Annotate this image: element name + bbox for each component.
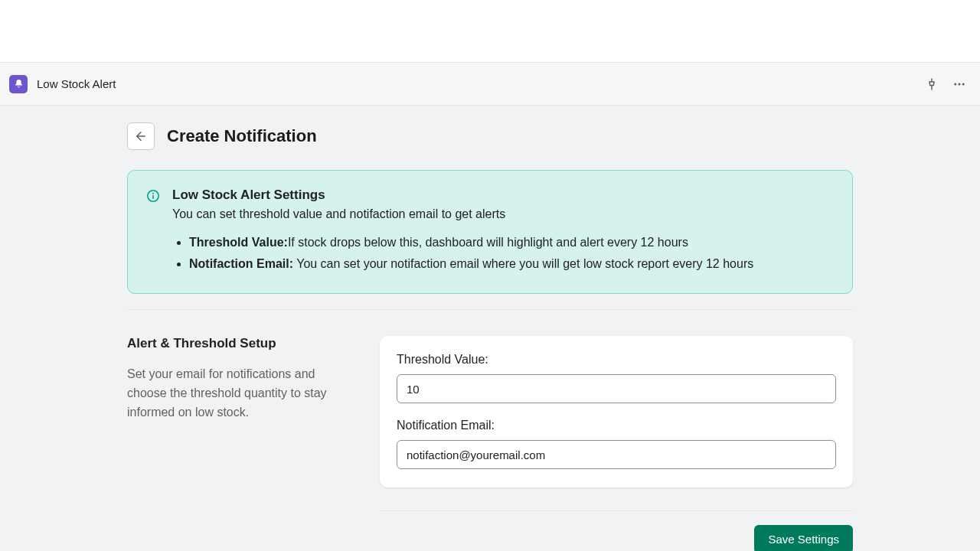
app-icon: [9, 75, 28, 93]
threshold-label: Threshold Value:: [397, 353, 836, 367]
title-row: Create Notification: [127, 122, 853, 150]
bell-icon: [13, 78, 24, 90]
app-title: Low Stock Alert: [37, 77, 116, 90]
info-icon: [146, 189, 160, 203]
threshold-input[interactable]: [397, 374, 836, 403]
email-input[interactable]: [397, 440, 836, 469]
section-heading: Alert & Threshold Setup: [127, 336, 357, 351]
banner-list: Threshold Value:If stock drops below thi…: [172, 233, 834, 273]
settings-card: Threshold Value: Notification Email:: [380, 336, 853, 487]
top-blank-area: [0, 0, 980, 63]
footer-divider: [380, 510, 853, 511]
page-body: Create Notification Low Stock Alert Sett…: [0, 106, 980, 551]
page-title: Create Notification: [167, 126, 317, 146]
divider: [127, 309, 853, 310]
svg-point-5: [152, 193, 154, 194]
banner-item: Notifaction Email: You can set your noti…: [189, 255, 834, 273]
svg-point-0: [954, 83, 956, 85]
svg-point-2: [962, 83, 965, 85]
email-label: Notification Email:: [397, 419, 836, 432]
svg-point-1: [959, 83, 961, 85]
info-banner: Low Stock Alert Settings You can set thr…: [127, 170, 853, 294]
section-description: Set your email for notifications and cho…: [127, 365, 357, 422]
arrow-left-icon: [134, 129, 148, 143]
banner-item: Threshold Value:If stock drops below thi…: [189, 233, 834, 252]
svg-rect-6: [152, 195, 154, 199]
save-settings-button[interactable]: Save Settings: [754, 525, 853, 551]
pin-icon[interactable]: [925, 77, 939, 91]
back-button[interactable]: [127, 122, 155, 150]
app-header: Low Stock Alert: [0, 63, 980, 106]
banner-title: Low Stock Alert Settings: [172, 187, 834, 203]
banner-subtitle: You can set threshold value and notifact…: [172, 207, 834, 221]
more-icon[interactable]: [952, 77, 966, 91]
